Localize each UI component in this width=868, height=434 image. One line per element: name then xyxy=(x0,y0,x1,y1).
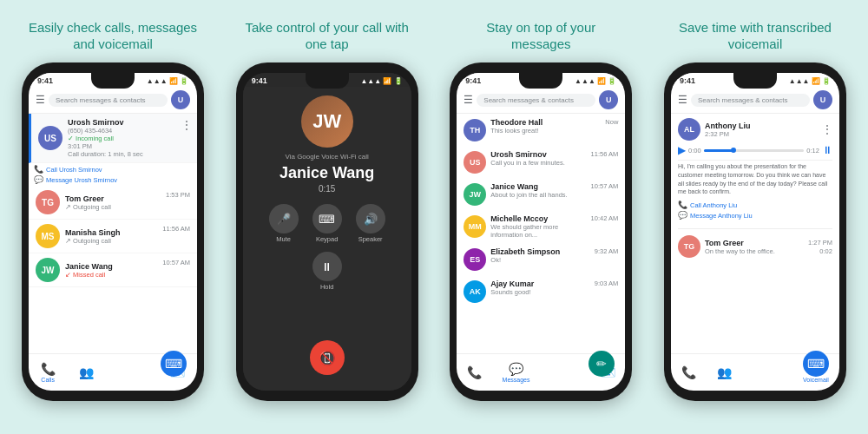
msg-preview-theodore: This looks great! xyxy=(490,127,601,135)
phone-notch-1 xyxy=(91,73,135,89)
contact-time-janice: 10:57 AM xyxy=(162,259,190,266)
more-icon-1[interactable]: ⋮ xyxy=(181,119,192,131)
contact-janice[interactable]: JW Janice Wang ↙ Missed call 10:57 AM xyxy=(29,253,197,287)
phone-screen-voicemail: 9:41 ▲▲▲ 📶 🔋 ☰ Search messages & contact… xyxy=(671,73,839,391)
keypad-label: Keypad xyxy=(316,235,338,243)
msg-time-janice: 10:57 AM xyxy=(591,182,619,190)
msg-avatar-urosh: US xyxy=(464,151,486,174)
call-via: Via Google Voice Wi-Fi call xyxy=(285,153,368,161)
phone-frame-voicemail: 9:41 ▲▲▲ 📶 🔋 ☰ Search messages & contact… xyxy=(664,62,846,401)
play-icon[interactable]: ▶ xyxy=(678,144,686,156)
msg-avatar-michelle: MM xyxy=(464,215,486,238)
nav-contacts-4[interactable]: 👥 xyxy=(717,365,732,379)
time-2: 9:41 xyxy=(252,76,267,85)
section-title-voicemail: Save time with transcribed voicemail xyxy=(679,17,832,54)
msg-content-janice: Janice Wang About to join the all hands. xyxy=(490,182,586,199)
vm-anthony-actions: 📞 Call Anthony Liu 💬 Message Anthony Liu xyxy=(678,198,832,222)
contact-manisha[interactable]: MS Manisha Singh ↗ Outgoing call 11:56 A… xyxy=(29,220,197,253)
speaker-btn[interactable]: 🔊 Speaker xyxy=(356,204,385,243)
pause-icon[interactable]: ⏸ xyxy=(822,144,832,156)
vm-tom[interactable]: TG Tom Greer 1:27 PM On the way to the o… xyxy=(671,231,839,262)
main-contact-avatar: US xyxy=(38,126,62,150)
nav-calls-3[interactable]: 📞 xyxy=(467,365,482,379)
vm-preview-tom: On the way to the office. xyxy=(705,247,775,255)
msg-michelle[interactable]: MM Michelle Mccoy We should gather more … xyxy=(457,210,625,243)
caller-photo: JW xyxy=(301,95,353,148)
vm-anthony-header: AL Anthony Liu 2:32 PM ⋮ xyxy=(678,118,832,141)
msg-time-urosh: 11:56 AM xyxy=(591,150,619,158)
keypad-btn[interactable]: ⌨ Keypad xyxy=(312,204,342,243)
nav-contacts-1[interactable]: 👥 xyxy=(79,365,94,380)
msg-content-theodore: Theodore Hall This looks great! xyxy=(490,118,601,135)
mute-btn[interactable]: 🎤 Mute xyxy=(269,204,299,243)
nav-calls-4[interactable]: 📞 xyxy=(681,365,696,379)
contact-detail-tom: ↗ Outgoing call xyxy=(65,203,190,211)
msg-ajay[interactable]: AK Ajay Kumar Sounds good! 9:03 AM xyxy=(457,275,625,307)
vm-anthony[interactable]: AL Anthony Liu 2:32 PM ⋮ ▶ 0:00 xyxy=(671,114,839,227)
hold-btn[interactable]: ⏸ Hold xyxy=(312,252,342,291)
section-calls: Easily check calls, messages and voicema… xyxy=(9,17,217,401)
phone-frame-messages: 9:41 ▲▲▲ 📶 🔋 ☰ Search messages & contact… xyxy=(450,62,632,401)
msg-theodore[interactable]: TH Theodore Hall This looks great! Now xyxy=(457,114,625,146)
call-action-btn[interactable]: 📞 Call Urosh Smirnov xyxy=(34,165,192,174)
msg-urosh[interactable]: US Urosh Smirnov Call you in a few minut… xyxy=(457,146,625,178)
search-box-4[interactable]: Search messages & contacts xyxy=(691,94,810,107)
fab-4[interactable]: ⌨ xyxy=(803,351,829,377)
fab-1[interactable]: ⌨ xyxy=(161,351,187,377)
messages-nav-label-3: Messages xyxy=(503,377,530,383)
menu-icon-1[interactable]: ☰ xyxy=(36,94,45,106)
search-box-1[interactable]: Search messages & contacts xyxy=(49,94,168,107)
contact-tom[interactable]: TG Tom Greer ↗ Outgoing call 1:53 PM xyxy=(29,186,197,220)
main-contact-info: Urosh Smirnov (650) 435-4634 ✓ Incoming … xyxy=(68,118,190,158)
phone-notch-2 xyxy=(306,73,349,89)
caller-name: Janice Wang xyxy=(279,164,374,182)
menu-icon-4[interactable]: ☰ xyxy=(678,94,687,106)
message-action-btn[interactable]: 💬 Message Urosh Smirnov xyxy=(34,175,192,184)
vm-call-action[interactable]: 📞 Call Anthony Liu xyxy=(678,201,832,209)
nav-messages-3[interactable]: 💬 Messages xyxy=(503,362,530,383)
vm-avatar-tom: TG xyxy=(678,235,700,258)
phone-frame-call: 9:41 ▲▲▲ 📶 🔋 JW Via Google Voice Wi-Fi c… xyxy=(236,62,418,401)
phone-notch-3 xyxy=(519,73,562,89)
search-box-3[interactable]: Search messages & contacts xyxy=(477,94,595,107)
app-header-3: ☰ Search messages & contacts U xyxy=(457,87,625,114)
menu-icon-3[interactable]: ☰ xyxy=(464,94,473,106)
main-contact-item[interactable]: US Urosh Smirnov (650) 435-4634 ✓ Incomi… xyxy=(29,114,197,163)
msg-preview-urosh: Call you in a few minutes. xyxy=(490,159,586,167)
vm-message-action[interactable]: 💬 Message Anthony Liu xyxy=(678,211,832,220)
contact-avatar-janice: JW xyxy=(36,258,60,282)
audio-dot xyxy=(731,148,736,153)
contact-detail-janice: ↙ Missed call xyxy=(65,271,190,279)
audio-track[interactable] xyxy=(704,149,805,152)
contacts-nav-icon-4: 👥 xyxy=(717,365,732,379)
main-contact-time: 3:01 PM xyxy=(68,142,190,150)
nav-calls-1[interactable]: 📞 Calls xyxy=(41,362,56,383)
mute-icon: 🎤 xyxy=(269,204,299,233)
section-title-calls: Easily check calls, messages and voicema… xyxy=(29,17,197,54)
contact-detail-manisha: ↗ Outgoing call xyxy=(65,237,190,245)
app-header-1: ☰ Search messages & contacts U xyxy=(29,87,197,114)
user-avatar-3: U xyxy=(599,90,618,109)
msg-avatar-theodore: TH xyxy=(464,119,486,141)
call-screen: JW Via Google Voice Wi-Fi call Janice Wa… xyxy=(243,87,411,391)
calls-nav-icon-1: 📞 xyxy=(41,362,56,376)
phone-screen-messages: 9:41 ▲▲▲ 📶 🔋 ☰ Search messages & contact… xyxy=(457,73,625,391)
msg-janice[interactable]: JW Janice Wang About to join the all han… xyxy=(457,178,625,210)
mute-label: Mute xyxy=(276,235,291,243)
audio-player[interactable]: ▶ 0:00 0:12 ⏸ xyxy=(678,142,832,158)
end-call-btn[interactable]: 📵 xyxy=(310,340,345,375)
main-contact-phone: (650) 435-4634 xyxy=(68,127,190,135)
msg-elizabeth[interactable]: ES Elizabeth Simpson Ok! 9:32 AM xyxy=(457,243,625,275)
msg-preview-ajay: Sounds good! xyxy=(490,288,589,296)
msg-content-ajay: Ajay Kumar Sounds good! xyxy=(490,279,589,296)
msg-time-elizabeth: 9:32 AM xyxy=(595,247,619,255)
more-icon-4[interactable]: ⋮ xyxy=(822,123,832,135)
calls-nav-icon-4: 📞 xyxy=(681,365,696,379)
phone-frame-calls: 9:41 ▲▲▲ 📶 🔋 ☰ Search messages & contact… xyxy=(22,62,204,401)
section-messages: Stay on top of your messages 9:41 ▲▲▲ 📶 … xyxy=(437,17,645,401)
time-3: 9:41 xyxy=(465,76,481,85)
message-icon-sm: 💬 xyxy=(34,175,43,184)
msg-name-janice: Janice Wang xyxy=(490,182,586,191)
section-title-messages: Stay on top of your messages xyxy=(486,17,595,54)
msg-time-michelle: 10:42 AM xyxy=(591,214,619,222)
